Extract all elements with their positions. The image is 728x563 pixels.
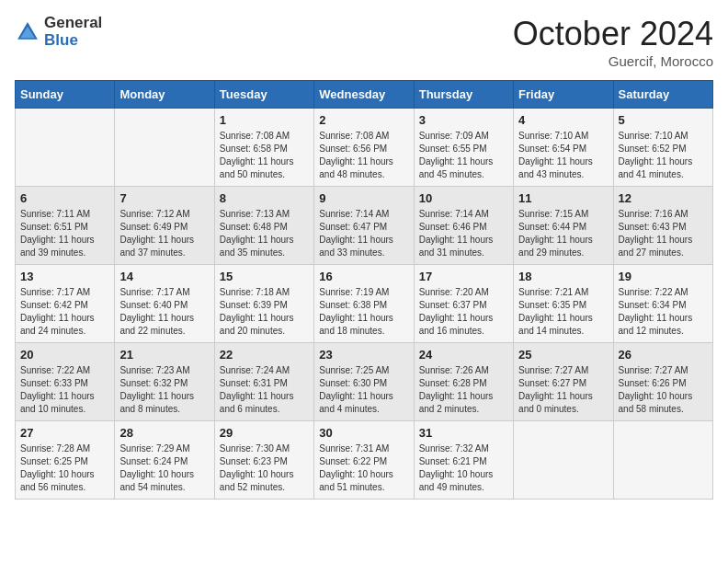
day-info: Sunrise: 7:09 AMSunset: 6:55 PMDaylight:… [419, 130, 508, 181]
day-info: Sunrise: 7:25 AMSunset: 6:30 PMDaylight:… [319, 364, 408, 416]
day-number: 4 [518, 113, 608, 127]
day-info: Sunrise: 7:08 AMSunset: 6:58 PMDaylight:… [220, 130, 309, 181]
day-info: Sunrise: 7:11 AMSunset: 6:51 PMDaylight:… [20, 208, 109, 259]
calendar-cell: 14Sunrise: 7:17 AMSunset: 6:40 PMDayligh… [115, 265, 214, 343]
logo-blue: Blue [44, 32, 102, 50]
day-number: 22 [220, 348, 309, 362]
calendar-cell: 4Sunrise: 7:10 AMSunset: 6:54 PMDaylight… [514, 109, 613, 187]
logo-text: General Blue [44, 15, 102, 49]
calendar-cell: 28Sunrise: 7:29 AMSunset: 6:24 PMDayligh… [115, 421, 214, 500]
calendar-cell [16, 109, 115, 187]
day-info: Sunrise: 7:24 AMSunset: 6:31 PMDaylight:… [220, 364, 309, 416]
day-info: Sunrise: 7:29 AMSunset: 6:24 PMDaylight:… [119, 442, 209, 494]
calendar-cell: 17Sunrise: 7:20 AMSunset: 6:37 PMDayligh… [414, 265, 513, 343]
day-number: 7 [119, 191, 209, 205]
calendar-cell: 29Sunrise: 7:30 AMSunset: 6:23 PMDayligh… [214, 421, 313, 500]
calendar-cell: 30Sunrise: 7:31 AMSunset: 6:22 PMDayligh… [314, 421, 414, 500]
calendar-cell: 24Sunrise: 7:26 AMSunset: 6:28 PMDayligh… [414, 343, 513, 421]
day-number: 5 [619, 113, 708, 127]
header: General Blue October 2024 Guercif, Moroc… [15, 15, 713, 69]
day-info: Sunrise: 7:19 AMSunset: 6:38 PMDaylight:… [319, 286, 408, 338]
day-header: Friday [514, 81, 613, 109]
day-header: Wednesday [314, 81, 414, 109]
day-info: Sunrise: 7:12 AMSunset: 6:49 PMDaylight:… [119, 208, 209, 259]
day-header: Thursday [414, 81, 513, 109]
day-info: Sunrise: 7:16 AMSunset: 6:43 PMDaylight:… [619, 208, 708, 259]
calendar-cell: 19Sunrise: 7:22 AMSunset: 6:34 PMDayligh… [613, 265, 712, 343]
calendar-week-row: 20Sunrise: 7:22 AMSunset: 6:33 PMDayligh… [16, 343, 713, 421]
day-info: Sunrise: 7:22 AMSunset: 6:34 PMDaylight:… [619, 286, 708, 338]
day-number: 13 [20, 270, 109, 283]
calendar-week-row: 27Sunrise: 7:28 AMSunset: 6:25 PMDayligh… [16, 421, 713, 500]
day-info: Sunrise: 7:30 AMSunset: 6:23 PMDaylight:… [220, 442, 309, 494]
calendar-cell: 6Sunrise: 7:11 AMSunset: 6:51 PMDaylight… [16, 187, 115, 265]
day-headers-row: SundayMondayTuesdayWednesdayThursdayFrid… [16, 81, 713, 109]
day-number: 18 [518, 270, 608, 283]
calendar-table: SundayMondayTuesdayWednesdayThursdayFrid… [15, 80, 713, 500]
day-info: Sunrise: 7:27 AMSunset: 6:27 PMDaylight:… [518, 364, 608, 416]
day-info: Sunrise: 7:08 AMSunset: 6:56 PMDaylight:… [319, 130, 408, 181]
day-info: Sunrise: 7:28 AMSunset: 6:25 PMDaylight:… [20, 442, 109, 494]
logo-icon [15, 19, 40, 45]
logo: General Blue [15, 15, 102, 49]
calendar-cell: 5Sunrise: 7:10 AMSunset: 6:52 PMDaylight… [613, 109, 712, 187]
calendar-cell: 1Sunrise: 7:08 AMSunset: 6:58 PMDaylight… [214, 109, 313, 187]
day-info: Sunrise: 7:32 AMSunset: 6:21 PMDaylight:… [419, 442, 508, 494]
calendar-cell: 23Sunrise: 7:25 AMSunset: 6:30 PMDayligh… [314, 343, 414, 421]
day-number: 19 [619, 270, 708, 283]
day-info: Sunrise: 7:22 AMSunset: 6:33 PMDaylight:… [20, 364, 109, 416]
calendar-week-row: 13Sunrise: 7:17 AMSunset: 6:42 PMDayligh… [16, 265, 713, 343]
day-number: 24 [419, 348, 508, 362]
calendar-cell [115, 109, 214, 187]
calendar-cell: 2Sunrise: 7:08 AMSunset: 6:56 PMDaylight… [314, 109, 414, 187]
day-number: 2 [319, 113, 408, 127]
day-info: Sunrise: 7:15 AMSunset: 6:44 PMDaylight:… [518, 208, 608, 259]
day-number: 15 [220, 270, 309, 283]
calendar-cell: 27Sunrise: 7:28 AMSunset: 6:25 PMDayligh… [16, 421, 115, 500]
calendar-cell: 18Sunrise: 7:21 AMSunset: 6:35 PMDayligh… [514, 265, 613, 343]
calendar-cell: 20Sunrise: 7:22 AMSunset: 6:33 PMDayligh… [16, 343, 115, 421]
day-number: 17 [419, 270, 508, 283]
title-area: October 2024 Guercif, Morocco [513, 15, 713, 69]
day-info: Sunrise: 7:26 AMSunset: 6:28 PMDaylight:… [419, 364, 508, 416]
calendar-cell: 11Sunrise: 7:15 AMSunset: 6:44 PMDayligh… [514, 187, 613, 265]
day-number: 11 [518, 191, 608, 205]
day-number: 14 [119, 270, 209, 283]
calendar-cell: 22Sunrise: 7:24 AMSunset: 6:31 PMDayligh… [214, 343, 313, 421]
day-info: Sunrise: 7:23 AMSunset: 6:32 PMDaylight:… [119, 364, 209, 416]
day-number: 28 [119, 426, 209, 440]
day-number: 25 [518, 348, 608, 362]
calendar-cell: 31Sunrise: 7:32 AMSunset: 6:21 PMDayligh… [414, 421, 513, 500]
day-number: 30 [319, 426, 408, 440]
calendar-cell: 15Sunrise: 7:18 AMSunset: 6:39 PMDayligh… [214, 265, 313, 343]
day-number: 3 [419, 113, 508, 127]
day-info: Sunrise: 7:21 AMSunset: 6:35 PMDaylight:… [518, 286, 608, 338]
day-info: Sunrise: 7:10 AMSunset: 6:52 PMDaylight:… [619, 130, 708, 181]
calendar-week-row: 6Sunrise: 7:11 AMSunset: 6:51 PMDaylight… [16, 187, 713, 265]
day-number: 31 [419, 426, 508, 440]
day-number: 27 [20, 426, 109, 440]
day-info: Sunrise: 7:14 AMSunset: 6:46 PMDaylight:… [419, 208, 508, 259]
day-header: Saturday [613, 81, 712, 109]
day-number: 16 [319, 270, 408, 283]
day-number: 1 [220, 113, 309, 127]
day-number: 20 [20, 348, 109, 362]
calendar-cell: 8Sunrise: 7:13 AMSunset: 6:48 PMDaylight… [214, 187, 313, 265]
day-number: 29 [220, 426, 309, 440]
day-number: 10 [419, 191, 508, 205]
day-header: Sunday [16, 81, 115, 109]
calendar-cell: 25Sunrise: 7:27 AMSunset: 6:27 PMDayligh… [514, 343, 613, 421]
day-info: Sunrise: 7:10 AMSunset: 6:54 PMDaylight:… [518, 130, 608, 181]
calendar-cell: 26Sunrise: 7:27 AMSunset: 6:26 PMDayligh… [613, 343, 712, 421]
day-info: Sunrise: 7:17 AMSunset: 6:40 PMDaylight:… [119, 286, 209, 338]
calendar-cell [613, 421, 712, 500]
day-number: 6 [20, 191, 109, 205]
day-info: Sunrise: 7:31 AMSunset: 6:22 PMDaylight:… [319, 442, 408, 494]
day-info: Sunrise: 7:27 AMSunset: 6:26 PMDaylight:… [619, 364, 708, 416]
calendar-cell: 13Sunrise: 7:17 AMSunset: 6:42 PMDayligh… [16, 265, 115, 343]
location-title: Guercif, Morocco [513, 53, 713, 69]
day-number: 23 [319, 348, 408, 362]
calendar-week-row: 1Sunrise: 7:08 AMSunset: 6:58 PMDaylight… [16, 109, 713, 187]
day-number: 8 [220, 191, 309, 205]
calendar-cell: 7Sunrise: 7:12 AMSunset: 6:49 PMDaylight… [115, 187, 214, 265]
